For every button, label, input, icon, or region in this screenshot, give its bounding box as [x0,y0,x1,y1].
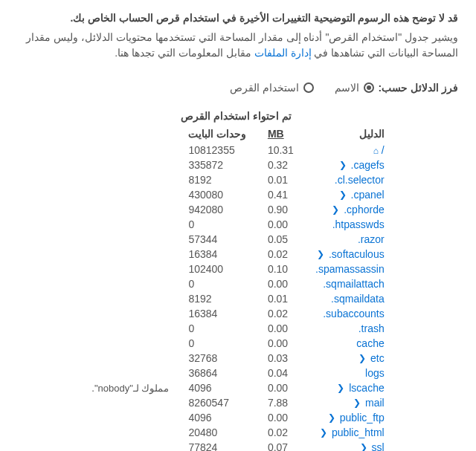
directory-link[interactable]: .spamassassin [315,263,385,275]
row-note [86,262,175,276]
directory-link[interactable]: logs [365,367,385,379]
directory-link[interactable]: lscache [349,382,384,394]
directory-link[interactable]: .trash [358,322,385,334]
bytes-value: 0 [175,217,261,232]
mb-value: 0.00 [262,410,298,425]
row-note [86,336,175,351]
bytes-value: 4096 [175,410,261,425]
table-row: .cl.selector0.018192 [86,172,390,187]
row-note [86,410,175,425]
directory-link[interactable]: ssl [372,441,385,451]
row-note [86,232,175,247]
directory-link[interactable]: .subaccounts [323,308,385,319]
mb-value: 0.00 [262,217,298,232]
expand-arrow-icon[interactable]: ❯ [360,442,367,451]
mb-value: 0.90 [262,202,298,217]
sort-disk-label: استخدام القرص [230,82,299,94]
bytes-value: 57344 [175,232,261,247]
directory-link[interactable]: .cagefs [351,159,385,171]
bytes-value: 10812355 [175,143,261,158]
directory-link[interactable]: .cl.selector [335,174,385,186]
dir-header: الدليل [298,125,390,143]
expand-arrow-icon[interactable]: ❯ [339,160,347,170]
directory-link[interactable]: .sqmailattach [323,278,384,290]
sort-controls: فرز الدلائل حسب: الاسم استخدام القرص [18,82,458,94]
bytes-value: 16384 [175,306,261,321]
bytes-value: 4096 [175,380,261,395]
directory-link[interactable]: ⌂ / [373,144,385,156]
intro-heading: قد لا توضح هذه الرسوم التوضيحية التغييرا… [18,12,458,24]
row-note [86,143,175,158]
table-row: ❯.softaculous0.0216384 [86,247,390,262]
sort-name-label: الاسم [335,82,359,94]
contained-usage-header: تم احتواء استخدام القرص [175,107,298,125]
expand-arrow-icon[interactable]: ❯ [358,353,366,363]
sort-by-name[interactable]: فرز الدلائل حسب: الاسم [335,82,458,94]
table-row: ⌂ /10.3110812355 [86,143,390,158]
bytes-value: 8192 [175,291,261,306]
directory-link[interactable]: etc [370,352,385,364]
table-row: ❯mail7.888260547 [86,395,390,410]
mb-value: 0.32 [262,158,298,172]
row-note [86,158,175,172]
row-note [86,202,175,217]
row-note [86,306,175,321]
table-row: ❯public_ftp0.004096 [86,410,390,425]
table-row: .subaccounts0.0216384 [86,306,390,321]
expand-arrow-icon[interactable]: ❯ [320,427,327,438]
intro-paragraph: ويشير جدول "استخدام القرص" أدناه إلى مقد… [18,30,458,61]
mb-value: 0.01 [262,172,298,187]
mb-value: 0.10 [262,262,298,276]
directory-link[interactable]: .cpanel [351,189,385,201]
table-row: ❯public_html0.0220480 [86,425,390,440]
directory-link[interactable]: .cphorde [344,204,384,215]
mb-value: 0.00 [262,380,298,395]
expand-arrow-icon[interactable]: ❯ [337,383,344,393]
row-note [86,217,175,232]
row-note [86,291,175,306]
intro-text-after: مقابل المعلومات التي تجدها هنا. [115,47,254,59]
mb-value: 7.88 [262,395,298,410]
row-note [86,425,175,440]
expand-arrow-icon[interactable]: ❯ [317,249,324,259]
directory-link[interactable]: public_ftp [340,412,385,424]
table-row: .htpasswds0.000 [86,217,390,232]
table-row: ❯lscache0.004096مملوك لـ"nobody". [86,380,390,395]
bytes-value: 335872 [175,158,261,172]
bytes-value: 942080 [175,202,261,217]
directory-link[interactable]: .razor [358,233,385,245]
mb-header: MB [262,125,298,143]
mb-value: 0.00 [262,336,298,351]
directory-link[interactable]: public_html [332,426,385,438]
directory-link[interactable]: .softaculous [329,248,385,260]
bytes-value: 8260547 [175,395,261,410]
directory-link[interactable]: .sqmaildata [331,293,385,305]
row-note [86,276,175,291]
mb-value: 0.07 [262,440,298,451]
bytes-value: 102400 [175,262,261,276]
file-manager-link[interactable]: إدارة الملفات [254,47,312,59]
bytes-value: 32768 [175,351,261,366]
expand-arrow-icon[interactable]: ❯ [328,412,335,423]
directory-link[interactable]: mail [365,397,385,409]
bytes-value: 77824 [175,440,261,451]
bytes-value: 20480 [175,425,261,440]
table-row: .razor0.0557344 [86,232,390,247]
row-note [86,321,175,336]
expand-arrow-icon[interactable]: ❯ [332,204,339,215]
mb-value: 0.04 [262,366,298,380]
row-note [86,172,175,187]
sort-label: فرز الدلائل حسب: [379,82,458,94]
expand-arrow-icon[interactable]: ❯ [339,189,347,200]
expand-arrow-icon[interactable]: ❯ [353,398,361,408]
row-note [86,247,175,262]
sort-by-disk[interactable]: استخدام القرص [230,82,314,94]
mb-value: 10.31 [262,143,298,158]
table-row: .sqmailattach0.000 [86,276,390,291]
directory-link[interactable]: .htpasswds [332,218,385,230]
row-note [86,187,175,202]
mb-value: 0.02 [262,425,298,440]
bytes-value: 8192 [175,172,261,187]
bytes-value: 16384 [175,247,261,262]
directory-link[interactable]: cache [356,337,384,349]
